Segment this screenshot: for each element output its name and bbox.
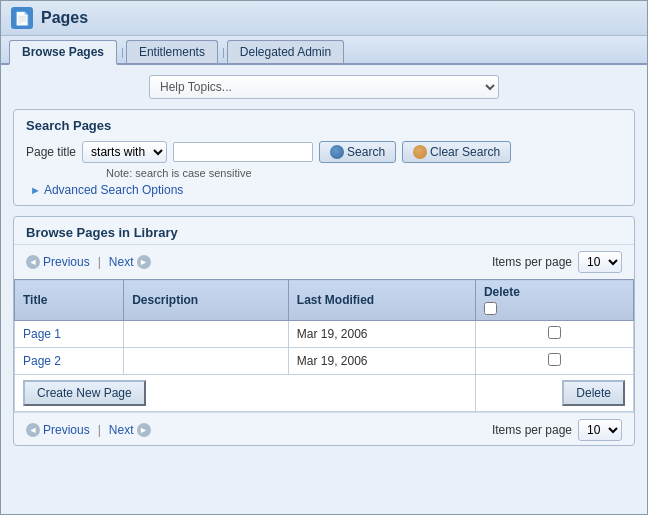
search-row: Page title starts with contains equals S… [26,141,622,163]
tab-entitlements[interactable]: Entitlements [126,40,218,63]
nav-sep-bottom: | [98,423,101,437]
search-section-title: Search Pages [26,118,622,133]
browse-bottom-nav: ◄ Previous | Next ► Items per page 5 10 … [14,412,634,445]
items-per-page-select-top[interactable]: 5 10 15 20 [578,251,622,273]
advanced-search-link[interactable]: ► Advanced Search Options [30,183,622,197]
title-bar: 📄 Pages [1,1,647,36]
next-button-top[interactable]: Next ► [109,255,151,269]
search-section: Search Pages Page title starts with cont… [13,109,635,206]
table-header: Title Description Last Modified Delete [15,280,634,321]
pages-table: Title Description Last Modified Delete [14,279,634,412]
search-label: Page title [26,145,76,159]
search-filter-select[interactable]: starts with contains equals [82,141,167,163]
content-area: Help Topics... Search Pages Page title s… [1,65,647,514]
prev-arrow-icon-bottom: ◄ [26,423,40,437]
search-button[interactable]: Search [319,141,396,163]
create-new-page-button[interactable]: Create New Page [23,380,146,406]
tab-browse-pages[interactable]: Browse Pages [9,40,117,65]
tab-bar: Browse Pages | Entitlements | Delegated … [1,36,647,65]
window-title: Pages [41,9,88,27]
table-body: Page 1 Mar 19, 2006 Page 2 Mar 19, 2006 [15,321,634,412]
previous-button-bottom[interactable]: ◄ Previous [26,423,90,437]
table-row: Page 2 Mar 19, 2006 [15,348,634,375]
page-1-modified: Mar 19, 2006 [288,321,475,348]
window-icon: 📄 [11,7,33,29]
page-2-delete-checkbox[interactable] [548,353,561,366]
page-2-delete-cell [475,348,633,375]
search-icon [330,145,344,159]
help-bar: Help Topics... [13,75,635,99]
page-2-title[interactable]: Page 2 [15,348,124,375]
search-note: Note: search is case sensitive [106,167,622,179]
tab-delegated-admin[interactable]: Delegated Admin [227,40,344,63]
help-topics-select[interactable]: Help Topics... [149,75,499,99]
col-description: Description [124,280,289,321]
nav-left-bottom: ◄ Previous | Next ► [26,423,151,437]
tab-sep-1: | [121,46,124,58]
delete-button[interactable]: Delete [562,380,625,406]
delete-all-checkbox[interactable] [484,302,497,315]
page-1-delete-checkbox[interactable] [548,326,561,339]
clear-search-button[interactable]: Clear Search [402,141,511,163]
nav-left: ◄ Previous | Next ► [26,255,151,269]
items-per-page-select-bottom[interactable]: 5 10 15 20 [578,419,622,441]
page-2-modified: Mar 19, 2006 [288,348,475,375]
main-window: 📄 Pages Browse Pages | Entitlements | De… [0,0,648,515]
table-action-row: Create New Page Delete [15,375,634,412]
table-row: Page 1 Mar 19, 2006 [15,321,634,348]
browse-top-nav: ◄ Previous | Next ► Items per page 5 10 … [14,245,634,279]
page-2-description [124,348,289,375]
col-delete: Delete [475,280,633,321]
prev-arrow-icon: ◄ [26,255,40,269]
clear-icon [413,145,427,159]
tab-sep-2: | [222,46,225,58]
next-arrow-icon: ► [137,255,151,269]
next-arrow-icon-bottom: ► [137,423,151,437]
previous-button-top[interactable]: ◄ Previous [26,255,90,269]
page-1-delete-cell [475,321,633,348]
page-1-title[interactable]: Page 1 [15,321,124,348]
nav-sep: | [98,255,101,269]
next-button-bottom[interactable]: Next ► [109,423,151,437]
browse-section: Browse Pages in Library ◄ Previous | Nex… [13,216,635,446]
col-title: Title [15,280,124,321]
browse-section-title: Browse Pages in Library [14,217,634,245]
items-per-page-bottom: Items per page 5 10 15 20 [492,419,622,441]
page-1-description [124,321,289,348]
col-last-modified: Last Modified [288,280,475,321]
items-per-page-top: Items per page 5 10 15 20 [492,251,622,273]
arrow-icon: ► [30,184,41,196]
search-input[interactable] [173,142,313,162]
